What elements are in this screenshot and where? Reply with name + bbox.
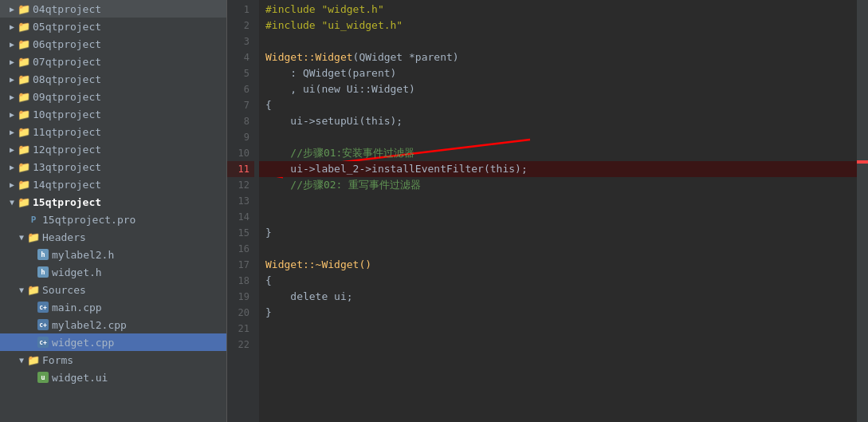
tree-icon-cpp: c+ (37, 318, 49, 331)
sidebar-item-forms[interactable]: ▼📁Forms (0, 351, 226, 369)
ui-file-icon: u (37, 372, 49, 383)
pro-icon: P (31, 215, 37, 225)
tree-icon-folder: 📁 (18, 143, 30, 156)
tree-icon-folder: 📁 (18, 160, 30, 173)
sidebar-item-04qtproject[interactable]: ▶📁04qtproject (0, 0, 226, 18)
tree-label-05qtproject: 05qtproject (33, 21, 101, 33)
tree-icon-folder: 📁 (27, 231, 40, 243)
line-number-9: 9 (227, 129, 254, 145)
sidebar-item-13qtproject[interactable]: ▶📁13qtproject (0, 158, 226, 176)
code-line-9 (259, 129, 857, 145)
line-number-11: 11 (227, 161, 254, 177)
tree-arrow-04qtproject[interactable]: ▶ (6, 3, 18, 14)
sidebar-item-10qtproject[interactable]: ▶📁10qtproject (0, 105, 226, 123)
tree-label-widget-h: widget.h (52, 266, 102, 278)
code-line-5: : QWidget(parent) (259, 65, 857, 81)
sidebar-item-06qtproject[interactable]: ▶📁06qtproject (0, 35, 226, 53)
tree-label-15qtproject: 15qtproject (33, 196, 101, 208)
sidebar-item-widget-cpp[interactable]: c+widget.cpp (0, 333, 226, 351)
code-line-21 (259, 321, 857, 337)
tree-icon-folder: 📁 (18, 108, 30, 120)
code-token: //步骤02: 重写事件过滤器 (290, 177, 421, 193)
tree-arrow-06qtproject[interactable]: ▶ (6, 38, 18, 49)
code-token: { (265, 273, 272, 289)
file-tree[interactable]: ▶📁04qtproject▶📁05qtproject▶📁06qtproject▶… (0, 0, 227, 422)
line-number-6: 6 (227, 81, 254, 97)
sidebar-item-main-cpp[interactable]: c+main.cpp (0, 298, 226, 316)
code-token: : QWidget(parent) (265, 65, 396, 81)
line-number-5: 5 (227, 65, 254, 81)
sidebar-item-12qtproject[interactable]: ▶📁12qtproject (0, 140, 226, 158)
sidebar-item-14qtproject[interactable]: ▶📁14qtproject (0, 176, 226, 193)
line-numbers: 12345678910111213141516171819202122 (227, 0, 259, 422)
sidebar-item-15qtproject[interactable]: ▼📁15qtproject (0, 193, 226, 211)
header-file-icon: h (37, 266, 49, 278)
tree-label-mylabel2-h: mylabel2.h (52, 249, 114, 261)
tree-icon-cpp: c+ (37, 336, 49, 349)
tree-label-mylabel2-cpp: mylabel2.cpp (52, 319, 127, 331)
tree-icon-h: h (37, 248, 49, 261)
sidebar-item-mylabel2-h[interactable]: hmylabel2.h (0, 246, 226, 263)
tree-icon-folder: 📁 (18, 90, 30, 103)
tree-icon-h: h (37, 266, 49, 278)
tree-icon-folder: 📁 (18, 178, 30, 191)
code-token: *parent) (403, 49, 458, 65)
sidebar-item-sources[interactable]: ▼📁Sources (0, 281, 226, 298)
line-number-2: 2 (227, 18, 254, 34)
code-line-3 (259, 34, 857, 49)
tree-arrow-07qtproject[interactable]: ▶ (6, 56, 18, 67)
tree-icon-folder: 📁 (18, 195, 30, 208)
sidebar-item-08qtproject[interactable]: ▶📁08qtproject (0, 70, 226, 88)
code-line-11: ● ui->label_2->installEventFilter(this); (259, 161, 857, 177)
line-number-21: 21 (227, 321, 254, 337)
sidebar-item-mylabel2-cpp[interactable]: c+mylabel2.cpp (0, 316, 226, 333)
folder-icon: 📁 (18, 196, 30, 208)
folder-icon: 📁 (27, 284, 40, 296)
code-token: #include "widget.h" (265, 2, 384, 18)
sidebar-item-05qtproject[interactable]: ▶📁05qtproject (0, 18, 226, 35)
sidebar-item-15qtproject-pro[interactable]: P15qtproject.pro (0, 211, 226, 228)
tree-icon-folder: 📁 (18, 73, 30, 85)
tree-arrow-forms[interactable]: ▼ (16, 354, 27, 365)
line-number-14: 14 (227, 209, 254, 225)
code-line-12: //步骤02: 重写事件过滤器 (259, 177, 857, 193)
cpp-file-icon: c+ (37, 302, 49, 313)
tree-icon-ui: u (37, 371, 49, 384)
sidebar-item-widget-h[interactable]: hwidget.h (0, 263, 226, 281)
tree-icon-folder: 📁 (18, 37, 30, 50)
tree-arrow-12qtproject[interactable]: ▶ (6, 144, 18, 155)
code-content[interactable]: #include "widget.h"#include "ui_widget.h… (259, 0, 857, 422)
tree-label-09qtproject: 09qtproject (33, 91, 101, 103)
tree-icon-folder: 📁 (18, 55, 30, 68)
code-token: ui(new Ui::Widget) (303, 81, 415, 97)
tree-icon-folder: 📁 (18, 125, 30, 138)
code-token: ( (353, 49, 359, 65)
tree-label-widget-cpp: widget.cpp (52, 337, 114, 349)
tree-label-07qtproject: 07qtproject (33, 56, 101, 68)
tree-arrow-08qtproject[interactable]: ▶ (6, 73, 18, 85)
sidebar-item-widget-ui[interactable]: uwidget.ui (0, 369, 226, 386)
sidebar-item-07qtproject[interactable]: ▶📁07qtproject (0, 53, 226, 70)
sidebar-item-11qtproject[interactable]: ▶📁11qtproject (0, 123, 226, 140)
line-number-16: 16 (227, 241, 254, 257)
tree-arrow-14qtproject[interactable]: ▶ (6, 179, 18, 190)
tree-label-06qtproject: 06qtproject (33, 38, 101, 50)
tree-arrow-10qtproject[interactable]: ▶ (6, 108, 18, 120)
tree-label-forms: Forms (42, 354, 73, 366)
tree-icon-pro: P (27, 213, 40, 226)
tree-arrow-05qtproject[interactable]: ▶ (6, 21, 18, 32)
sidebar-item-09qtproject[interactable]: ▶📁09qtproject (0, 88, 226, 105)
tree-arrow-11qtproject[interactable]: ▶ (6, 126, 18, 137)
line-number-10: 10 (227, 145, 254, 161)
tree-arrow-headers[interactable]: ▼ (16, 231, 27, 243)
line-number-17: 17 (227, 257, 254, 273)
sidebar-item-headers[interactable]: ▼📁Headers (0, 228, 226, 246)
tree-icon-folder: 📁 (27, 353, 40, 366)
tree-arrow-15qtproject[interactable]: ▼ (6, 196, 18, 207)
tree-arrow-13qtproject[interactable]: ▶ (6, 161, 18, 172)
line-number-4: 4 (227, 49, 254, 65)
right-scrollbar[interactable] (857, 0, 868, 422)
tree-arrow-09qtproject[interactable]: ▶ (6, 91, 18, 102)
tree-arrow-sources[interactable]: ▼ (16, 284, 27, 295)
code-token: #include "ui_widget.h" (265, 18, 403, 34)
